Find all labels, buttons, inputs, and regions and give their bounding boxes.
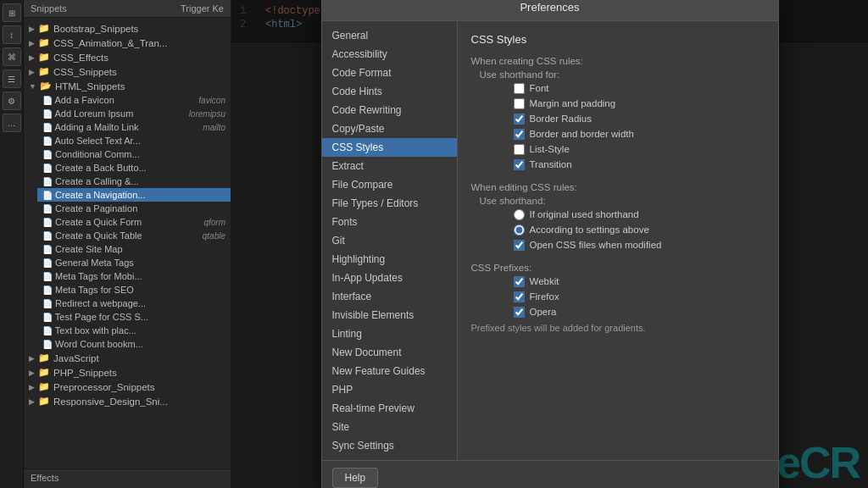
group-css-effects-header[interactable]: ▶ 📁 CSS_Effects: [24, 50, 231, 64]
checkbox-border-radius[interactable]: [514, 114, 525, 125]
file-icon: 📄: [42, 286, 53, 295]
group-css-animation-header[interactable]: ▶ 📁 CSS_Animation_&_Tran...: [24, 36, 231, 50]
category-general[interactable]: General: [322, 26, 457, 45]
list-item[interactable]: 📄 Create a Pagination: [37, 202, 231, 215]
category-linting[interactable]: Linting: [322, 324, 457, 343]
list-item[interactable]: 📄 Create a Calling &...: [37, 175, 231, 188]
category-code-rewriting[interactable]: Code Rewriting: [322, 101, 457, 119]
icon-bar-btn-3[interactable]: ⌘: [3, 47, 21, 66]
css-prefixes-label: CSS Prefixes:: [471, 263, 765, 273]
html-snippets-children: 📄 Add a Faviconfavicon 📄 Add Loreum Ipsu…: [24, 93, 231, 351]
checkbox-webkit[interactable]: [514, 276, 525, 287]
category-code-format[interactable]: Code Format: [322, 64, 457, 82]
category-new-doc[interactable]: New Document: [322, 343, 457, 362]
icon-bar-btn-1[interactable]: ⊞: [3, 3, 21, 22]
category-new-features[interactable]: New Feature Guides: [322, 362, 457, 380]
group-bootstrap: ▶ 📁 Bootstrap_Snippets: [24, 21, 231, 36]
group-html-snippets: ▼ 📂 HTML_Snippets 📄 Add a Faviconfavicon…: [24, 79, 231, 351]
category-fonts[interactable]: Fonts: [322, 213, 457, 231]
pref-row-opera: Opera: [497, 307, 765, 318]
file-icon: 📄: [42, 313, 53, 322]
file-icon: 📄: [42, 109, 53, 119]
icon-bar-btn-2[interactable]: ↕: [3, 25, 21, 44]
list-item[interactable]: 📄 Auto Select Text Ar...: [37, 134, 231, 147]
group-html-snippets-header[interactable]: ▼ 📂 HTML_Snippets: [24, 79, 231, 93]
list-item[interactable]: 📄 Text box with plac...: [37, 324, 231, 337]
folder-icon: 📁: [38, 23, 50, 34]
list-item[interactable]: 📄 Word Count bookm...: [37, 337, 231, 351]
radio-original-shorthand[interactable]: [514, 209, 525, 220]
effects-label: Effects: [31, 473, 224, 483]
group-label: Bootstrap_Snippets: [53, 24, 138, 34]
list-item[interactable]: 📄 Create a Back Butto...: [37, 161, 231, 175]
list-item[interactable]: 📄 Adding a Mailto Linkmailto: [37, 120, 231, 134]
list-item[interactable]: 📄 Meta Tags for Mobi...: [37, 269, 231, 283]
label-border-width: Border and border width: [530, 129, 634, 139]
category-accessibility[interactable]: Accessibility: [322, 45, 457, 64]
category-file-types[interactable]: File Types / Editors: [322, 194, 457, 213]
trigger-key: qtable: [203, 231, 225, 241]
list-item-selected[interactable]: 📄 Create a Navigation...: [37, 188, 231, 202]
group-preprocessor: ▶ 📁 Preprocessor_Snippets: [24, 380, 231, 394]
category-php[interactable]: PHP: [322, 380, 457, 399]
group-php: ▶ 📁 PHP_Snippets: [24, 365, 231, 380]
category-code-hints[interactable]: Code Hints: [322, 82, 457, 101]
category-git[interactable]: Git: [322, 231, 457, 250]
category-highlighting[interactable]: Highlighting: [322, 250, 457, 269]
label-margin: Margin and padding: [530, 98, 616, 108]
category-interface[interactable]: Interface: [322, 287, 457, 306]
group-responsive-header[interactable]: ▶ 📁 Responsive_Design_Sni...: [24, 394, 231, 408]
list-item[interactable]: 📄 Test Page for CSS S...: [37, 310, 231, 324]
prefix-options: Webkit Firefox Opera: [471, 276, 765, 318]
category-css-styles[interactable]: CSS Styles: [322, 138, 457, 157]
category-sync-settings[interactable]: Sync Settings: [322, 436, 457, 455]
list-item[interactable]: 📄 Redirect a webpage...: [37, 297, 231, 310]
list-item[interactable]: 📄 General Meta Tags: [37, 256, 231, 269]
label-webkit: Webkit: [530, 276, 559, 286]
list-item[interactable]: 📄 Create a Quick Tableqtable: [37, 229, 231, 242]
list-item[interactable]: 📄 Conditional Comm...: [37, 147, 231, 161]
folder-icon: 📁: [38, 352, 50, 363]
pref-row-open-css: Open CSS files when modified: [497, 240, 765, 251]
checkbox-list-style[interactable]: [514, 144, 525, 155]
icon-bar-btn-5[interactable]: ⚙: [3, 92, 21, 110]
checkbox-open-css[interactable]: [514, 240, 525, 251]
arrow-icon: ▶: [29, 53, 35, 62]
group-bootstrap-header[interactable]: ▶ 📁 Bootstrap_Snippets: [24, 21, 231, 36]
label-radio-original: If original used shorthand: [530, 209, 639, 219]
list-item[interactable]: 📄 Add Loreum Ipsumloremipsu: [37, 107, 231, 120]
help-button[interactable]: Help: [332, 468, 379, 488]
group-preprocessor-header[interactable]: ▶ 📁 Preprocessor_Snippets: [24, 380, 231, 394]
arrow-icon: ▶: [29, 397, 35, 406]
checkbox-opera[interactable]: [514, 307, 525, 318]
effects-panel: Effects: [24, 469, 231, 488]
arrow-icon: ▶: [29, 369, 35, 377]
group-css-snippets-header[interactable]: ▶ 📁 CSS_Snippets: [24, 64, 231, 79]
css-prefixes-section: CSS Prefixes: Webkit Firefox: [471, 263, 765, 333]
list-item[interactable]: 📄 Add a Faviconfavicon: [37, 93, 231, 107]
checkbox-transition[interactable]: [514, 159, 525, 170]
category-site[interactable]: Site: [322, 418, 457, 436]
list-item[interactable]: 📄 Meta Tags for SEO: [37, 283, 231, 297]
category-extract[interactable]: Extract: [322, 157, 457, 175]
checkbox-border-width[interactable]: [514, 129, 525, 140]
category-inapp-updates[interactable]: In-App Updates: [322, 269, 457, 287]
checkbox-margin[interactable]: [514, 98, 525, 109]
group-javascript-header[interactable]: ▶ 📁 JavaScript: [24, 351, 231, 365]
radio-according-settings[interactable]: [514, 225, 525, 236]
icon-bar-btn-4[interactable]: ☰: [3, 69, 21, 88]
list-item[interactable]: 📄 Create a Quick Formqform: [37, 215, 231, 229]
checkbox-font[interactable]: [514, 83, 525, 94]
icon-bar-btn-6[interactable]: …: [3, 114, 21, 132]
sidebar-trigger-col: Trigger Ke: [181, 3, 224, 14]
list-item[interactable]: 📄 Create Site Map: [37, 242, 231, 256]
editing-css-label: When editing CSS rules:: [471, 182, 765, 192]
file-icon: 📄: [42, 96, 53, 105]
category-copy-paste[interactable]: Copy/Paste: [322, 119, 457, 138]
category-invisible[interactable]: Invisible Elements: [322, 306, 457, 324]
label-list-style: List-Style: [530, 144, 570, 154]
category-file-compare[interactable]: File Compare: [322, 175, 457, 194]
category-realtime-preview[interactable]: Real-time Preview: [322, 399, 457, 418]
group-php-header[interactable]: ▶ 📁 PHP_Snippets: [24, 365, 231, 380]
checkbox-firefox[interactable]: [514, 291, 525, 302]
